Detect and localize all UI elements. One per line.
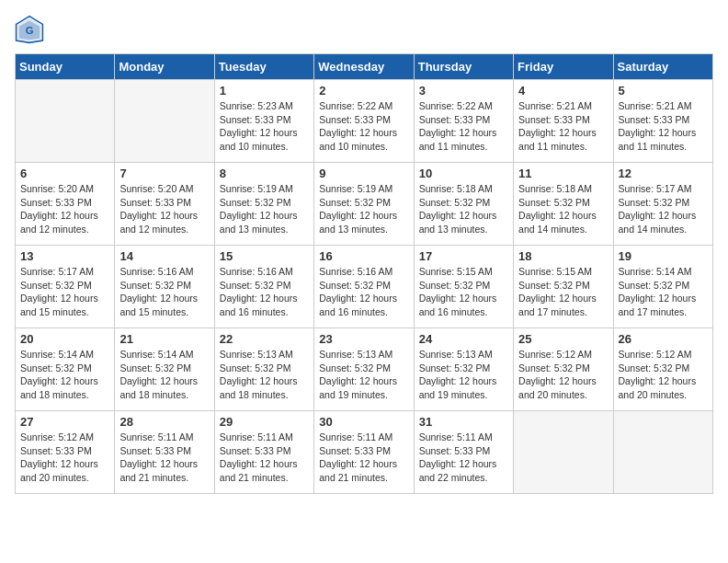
calendar-cell: 6Sunrise: 5:20 AM Sunset: 5:33 PM Daylig… — [16, 163, 115, 246]
calendar-cell: 28Sunrise: 5:11 AM Sunset: 5:33 PM Dayli… — [115, 411, 214, 494]
day-info: Sunrise: 5:16 AM Sunset: 5:32 PM Dayligh… — [319, 265, 408, 319]
day-number: 30 — [319, 415, 408, 429]
day-number: 28 — [119, 415, 209, 429]
day-number: 23 — [319, 332, 408, 346]
day-number: 16 — [319, 249, 408, 263]
day-info: Sunrise: 5:17 AM Sunset: 5:32 PM Dayligh… — [20, 265, 109, 319]
day-number: 14 — [119, 249, 209, 263]
day-number: 7 — [119, 167, 209, 180]
day-number: 31 — [419, 415, 508, 429]
day-header-saturday: Saturday — [613, 54, 712, 80]
day-header-thursday: Thursday — [414, 54, 513, 80]
day-header-monday: Monday — [115, 54, 214, 80]
calendar-cell: 23Sunrise: 5:13 AM Sunset: 5:32 PM Dayli… — [314, 328, 414, 411]
day-number: 21 — [119, 332, 209, 346]
logo: G — [15, 15, 48, 44]
day-info: Sunrise: 5:11 AM Sunset: 5:33 PM Dayligh… — [419, 431, 508, 485]
calendar-cell: 10Sunrise: 5:18 AM Sunset: 5:32 PM Dayli… — [414, 163, 513, 246]
day-info: Sunrise: 5:18 AM Sunset: 5:32 PM Dayligh… — [419, 182, 508, 236]
day-number: 27 — [20, 415, 109, 429]
calendar-cell: 5Sunrise: 5:21 AM Sunset: 5:33 PM Daylig… — [613, 80, 712, 163]
day-info: Sunrise: 5:13 AM Sunset: 5:32 PM Dayligh… — [220, 348, 309, 402]
calendar-cell: 11Sunrise: 5:18 AM Sunset: 5:32 PM Dayli… — [514, 163, 613, 246]
calendar-cell: 9Sunrise: 5:19 AM Sunset: 5:32 PM Daylig… — [314, 163, 414, 246]
calendar-cell: 27Sunrise: 5:12 AM Sunset: 5:33 PM Dayli… — [16, 411, 115, 494]
day-number: 29 — [220, 415, 309, 429]
day-info: Sunrise: 5:15 AM Sunset: 5:32 PM Dayligh… — [419, 265, 508, 319]
calendar-cell — [613, 411, 712, 494]
day-header-wednesday: Wednesday — [314, 54, 414, 80]
day-number: 3 — [419, 84, 508, 98]
day-info: Sunrise: 5:17 AM Sunset: 5:32 PM Dayligh… — [619, 182, 708, 236]
calendar-cell: 13Sunrise: 5:17 AM Sunset: 5:32 PM Dayli… — [16, 246, 115, 328]
calendar-cell: 3Sunrise: 5:22 AM Sunset: 5:33 PM Daylig… — [414, 80, 513, 163]
day-header-tuesday: Tuesday — [214, 54, 313, 80]
calendar-cell: 22Sunrise: 5:13 AM Sunset: 5:32 PM Dayli… — [214, 328, 313, 411]
day-number: 5 — [619, 84, 708, 98]
logo-icon: G — [15, 15, 44, 44]
day-number: 15 — [220, 249, 309, 263]
calendar-cell: 21Sunrise: 5:14 AM Sunset: 5:32 PM Dayli… — [115, 328, 214, 411]
calendar-cell: 7Sunrise: 5:20 AM Sunset: 5:33 PM Daylig… — [115, 163, 214, 246]
day-info: Sunrise: 5:13 AM Sunset: 5:32 PM Dayligh… — [419, 348, 508, 402]
week-row-2: 6Sunrise: 5:20 AM Sunset: 5:33 PM Daylig… — [16, 163, 713, 246]
calendar-cell: 16Sunrise: 5:16 AM Sunset: 5:32 PM Dayli… — [314, 246, 414, 328]
day-info: Sunrise: 5:22 AM Sunset: 5:33 PM Dayligh… — [419, 99, 508, 154]
day-info: Sunrise: 5:18 AM Sunset: 5:32 PM Dayligh… — [518, 182, 608, 236]
day-number: 13 — [20, 249, 109, 263]
day-number: 20 — [20, 332, 109, 346]
day-number: 26 — [619, 332, 708, 346]
day-number: 24 — [419, 332, 508, 346]
day-info: Sunrise: 5:14 AM Sunset: 5:32 PM Dayligh… — [119, 348, 209, 402]
calendar-cell: 1Sunrise: 5:23 AM Sunset: 5:33 PM Daylig… — [214, 80, 313, 163]
day-info: Sunrise: 5:14 AM Sunset: 5:32 PM Dayligh… — [619, 265, 708, 319]
day-info: Sunrise: 5:11 AM Sunset: 5:33 PM Dayligh… — [119, 431, 209, 485]
header-row: SundayMondayTuesdayWednesdayThursdayFrid… — [16, 54, 713, 80]
calendar-cell: 8Sunrise: 5:19 AM Sunset: 5:32 PM Daylig… — [214, 163, 313, 246]
day-number: 22 — [220, 332, 309, 346]
day-info: Sunrise: 5:22 AM Sunset: 5:33 PM Dayligh… — [319, 99, 408, 154]
calendar-cell: 25Sunrise: 5:12 AM Sunset: 5:32 PM Dayli… — [514, 328, 613, 411]
day-info: Sunrise: 5:19 AM Sunset: 5:32 PM Dayligh… — [220, 182, 309, 236]
day-info: Sunrise: 5:14 AM Sunset: 5:32 PM Dayligh… — [20, 348, 109, 402]
day-number: 10 — [419, 167, 508, 180]
day-number: 8 — [220, 167, 309, 180]
day-info: Sunrise: 5:16 AM Sunset: 5:32 PM Dayligh… — [119, 265, 209, 319]
calendar-cell: 15Sunrise: 5:16 AM Sunset: 5:32 PM Dayli… — [214, 246, 313, 328]
calendar-cell — [115, 80, 214, 163]
day-info: Sunrise: 5:21 AM Sunset: 5:33 PM Dayligh… — [518, 99, 608, 154]
calendar: SundayMondayTuesdayWednesdayThursdayFrid… — [15, 53, 713, 494]
day-info: Sunrise: 5:11 AM Sunset: 5:33 PM Dayligh… — [319, 431, 408, 485]
day-info: Sunrise: 5:21 AM Sunset: 5:33 PM Dayligh… — [619, 99, 708, 154]
calendar-cell: 24Sunrise: 5:13 AM Sunset: 5:32 PM Dayli… — [414, 328, 513, 411]
day-number: 19 — [619, 249, 708, 263]
calendar-cell: 12Sunrise: 5:17 AM Sunset: 5:32 PM Dayli… — [613, 163, 712, 246]
calendar-cell: 14Sunrise: 5:16 AM Sunset: 5:32 PM Dayli… — [115, 246, 214, 328]
day-number: 6 — [20, 167, 109, 180]
day-info: Sunrise: 5:12 AM Sunset: 5:33 PM Dayligh… — [20, 431, 109, 485]
calendar-cell — [16, 80, 115, 163]
day-info: Sunrise: 5:16 AM Sunset: 5:32 PM Dayligh… — [220, 265, 309, 319]
day-number: 2 — [319, 84, 408, 98]
day-header-friday: Friday — [514, 54, 613, 80]
day-number: 17 — [419, 249, 508, 263]
day-number: 4 — [518, 84, 608, 98]
day-number: 1 — [220, 84, 309, 98]
header: G — [15, 15, 713, 44]
calendar-cell: 18Sunrise: 5:15 AM Sunset: 5:32 PM Dayli… — [514, 246, 613, 328]
day-info: Sunrise: 5:23 AM Sunset: 5:33 PM Dayligh… — [220, 99, 309, 154]
day-header-sunday: Sunday — [16, 54, 115, 80]
day-info: Sunrise: 5:15 AM Sunset: 5:32 PM Dayligh… — [518, 265, 608, 319]
week-row-5: 27Sunrise: 5:12 AM Sunset: 5:33 PM Dayli… — [16, 411, 713, 494]
calendar-cell: 17Sunrise: 5:15 AM Sunset: 5:32 PM Dayli… — [414, 246, 513, 328]
day-number: 12 — [619, 167, 708, 180]
day-info: Sunrise: 5:13 AM Sunset: 5:32 PM Dayligh… — [319, 348, 408, 402]
day-number: 18 — [518, 249, 608, 263]
day-info: Sunrise: 5:11 AM Sunset: 5:33 PM Dayligh… — [220, 431, 309, 485]
calendar-cell: 30Sunrise: 5:11 AM Sunset: 5:33 PM Dayli… — [314, 411, 414, 494]
day-info: Sunrise: 5:12 AM Sunset: 5:32 PM Dayligh… — [619, 348, 708, 402]
calendar-cell: 20Sunrise: 5:14 AM Sunset: 5:32 PM Dayli… — [16, 328, 115, 411]
calendar-cell: 19Sunrise: 5:14 AM Sunset: 5:32 PM Dayli… — [613, 246, 712, 328]
calendar-cell: 2Sunrise: 5:22 AM Sunset: 5:33 PM Daylig… — [314, 80, 414, 163]
calendar-cell: 29Sunrise: 5:11 AM Sunset: 5:33 PM Dayli… — [214, 411, 313, 494]
